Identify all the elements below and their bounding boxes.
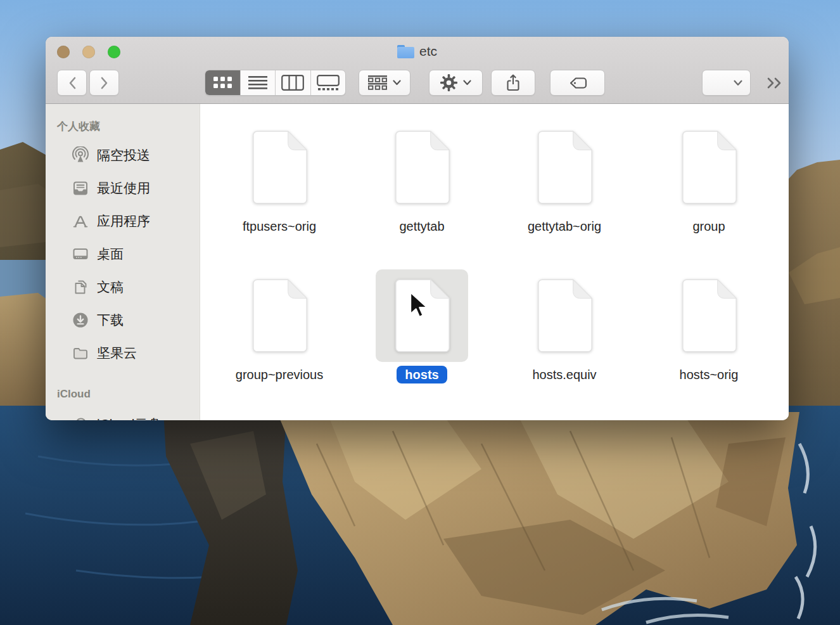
back-button[interactable] [57, 70, 87, 96]
file-name: ftpusers~orig [243, 219, 316, 233]
file-name: hosts.equiv [532, 368, 596, 382]
document-file-icon [535, 130, 594, 205]
sidebar-item-label: iCloud云盘 [97, 415, 162, 420]
folder-icon [397, 45, 414, 58]
gear-icon [440, 74, 457, 91]
file-name: gettytab~orig [528, 219, 601, 233]
toolbar-dropdown-button[interactable] [702, 70, 751, 96]
file-item[interactable]: group [639, 121, 779, 234]
chevron-down-icon [734, 80, 742, 86]
tag-button[interactable] [550, 70, 605, 96]
column-view-button[interactable] [276, 70, 311, 95]
chevron-down-icon [463, 80, 471, 86]
tag-icon [568, 75, 587, 91]
file-name: hosts [397, 366, 447, 383]
document-file-icon [392, 278, 452, 353]
downloads-icon [72, 311, 89, 329]
chevron-down-icon [393, 80, 401, 86]
sidebar-section-favorites: 个人收藏 [57, 119, 100, 134]
toolbar-overflow-button[interactable] [764, 72, 786, 94]
window-title: etc [419, 44, 437, 59]
sidebar-item-label: 桌面 [97, 245, 124, 263]
chevron-left-icon [68, 77, 76, 89]
forward-button[interactable] [89, 70, 119, 96]
sidebar-item-icloud-drive[interactable]: iCloud云盘 [46, 413, 200, 420]
desktop-icon [72, 245, 89, 263]
file-name: gettytab [399, 219, 444, 233]
list-view-button[interactable] [241, 70, 276, 95]
file-item[interactable]: hosts.equiv [495, 269, 634, 382]
sidebar-item-label: 最近使用 [97, 179, 150, 197]
toolbar [46, 70, 789, 96]
sidebar-item-label: 下载 [97, 311, 124, 329]
desktop: { "window": { "title": "etc" }, "titleba… [0, 0, 840, 625]
sidebar-item-desktop[interactable]: 桌面 [46, 243, 200, 265]
icon-view-button[interactable] [205, 70, 241, 95]
column-view-icon [281, 75, 304, 91]
gallery-view-icon [317, 75, 340, 91]
list-view-icon [248, 76, 267, 89]
applications-icon [72, 212, 89, 230]
sidebar-section-icloud: iCloud [57, 388, 91, 401]
sidebar-item-label: 应用程序 [97, 212, 150, 230]
sidebar-item-downloads[interactable]: 下载 [46, 309, 200, 331]
document-file-icon [679, 278, 739, 353]
airdrop-icon [72, 146, 89, 164]
group-by-icon [368, 75, 387, 90]
file-grid: ftpusers~orig gettytab gettytab~orig gro… [200, 104, 789, 420]
group-by-button[interactable] [359, 70, 410, 96]
file-item[interactable]: group~previous [210, 269, 349, 382]
sidebar-item-applications[interactable]: 应用程序 [46, 210, 200, 232]
folder-icon [72, 344, 89, 362]
double-chevron-right-icon [767, 77, 782, 89]
sidebar-item-nutstore[interactable]: 坚果云 [46, 342, 200, 364]
document-file-icon [250, 130, 309, 205]
file-name: hosts~orig [680, 368, 739, 382]
share-icon [506, 74, 521, 91]
finder-window: etc [46, 37, 789, 420]
actions-button[interactable] [429, 70, 483, 96]
icloud-icon [72, 415, 89, 420]
icon-view-icon [213, 76, 232, 89]
sidebar-item-label: 文稿 [97, 278, 124, 296]
file-name: group [692, 219, 725, 233]
file-item[interactable]: ftpusers~orig [210, 121, 349, 234]
documents-icon [72, 278, 89, 296]
gallery-view-button[interactable] [311, 70, 346, 95]
document-file-icon [535, 278, 594, 353]
document-file-icon [250, 278, 309, 353]
view-switcher [205, 70, 346, 96]
sidebar: 个人收藏 隔空投送 最近使用 [46, 104, 200, 420]
chevron-right-icon [101, 77, 108, 89]
file-item-selected[interactable]: hosts [352, 269, 492, 382]
recents-icon [72, 179, 89, 197]
sidebar-item-label: 坚果云 [97, 344, 137, 362]
sidebar-item-recents[interactable]: 最近使用 [46, 177, 200, 199]
file-item[interactable]: gettytab~orig [495, 121, 634, 234]
sidebar-item-documents[interactable]: 文稿 [46, 276, 200, 298]
titlebar: etc [46, 37, 789, 104]
sidebar-item-label: 隔空投送 [97, 146, 150, 164]
share-button[interactable] [491, 70, 535, 96]
document-file-icon [392, 130, 452, 205]
sidebar-item-airdrop[interactable]: 隔空投送 [46, 145, 200, 166]
file-name: group~previous [236, 368, 323, 382]
file-item[interactable]: gettytab [352, 121, 492, 234]
document-file-icon [679, 130, 739, 205]
file-item[interactable]: hosts~orig [639, 269, 779, 382]
